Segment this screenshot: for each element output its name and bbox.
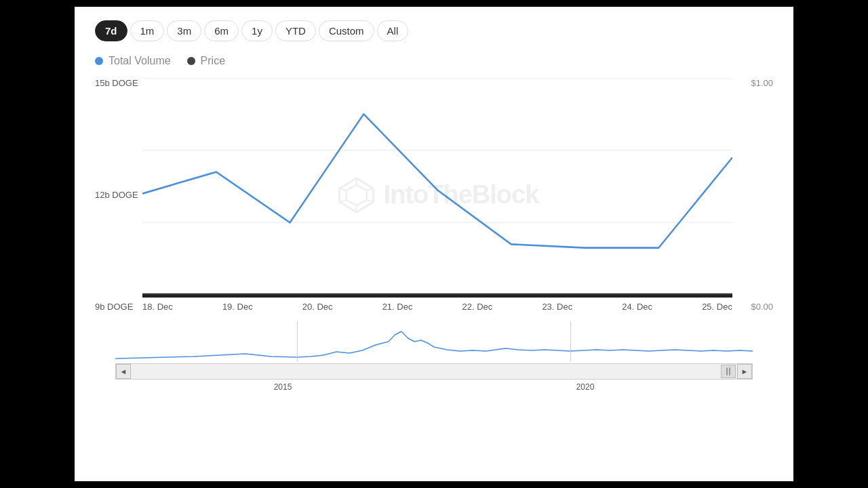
mini-chart-svg [115, 321, 753, 362]
x-label-19dec: 19. Dec [222, 302, 253, 312]
nav-handle-line-1 [726, 367, 728, 375]
total-volume-dot [95, 57, 103, 65]
mini-chart-area: ◄ ► 2015 2020 [95, 321, 773, 382]
time-btn-ytd[interactable]: YTD [275, 20, 316, 41]
time-btn-6m[interactable]: 6m [204, 20, 239, 41]
chart-container: 7d 1m 3m 6m 1y YTD Custom All Total Volu… [75, 7, 793, 481]
main-chart-svg [142, 78, 732, 295]
main-chart-inner: IntoTheBlock 18. Dec [142, 78, 732, 312]
nav-handle-lines [726, 367, 730, 375]
legend-price: Price [187, 55, 225, 67]
y-label-top-left: 15b DOGE [95, 78, 139, 88]
nav-arrow-left[interactable]: ◄ [116, 364, 131, 379]
x-label-25dec: 25. Dec [702, 302, 732, 312]
x-label-20dec: 20. Dec [302, 302, 333, 312]
mini-label-2015: 2015 [274, 382, 292, 392]
mini-label-2020: 2020 [576, 382, 595, 392]
y-label-mid-left: 12b DOGE [95, 190, 139, 200]
total-volume-label: Total Volume [108, 55, 171, 67]
time-btn-7d[interactable]: 7d [95, 20, 127, 41]
price-label: Price [201, 55, 225, 67]
chart-legend: Total Volume Price [95, 55, 773, 67]
y-label-bot-left: 9b DOGE [95, 302, 139, 312]
time-btn-1m[interactable]: 1m [130, 20, 165, 41]
price-dot [187, 57, 195, 65]
x-label-22dec: 22. Dec [462, 302, 493, 312]
chart-area [142, 78, 732, 295]
main-chart-wrapper: 15b DOGE 12b DOGE 9b DOGE $1.00 $0.00 [95, 78, 773, 312]
x-label-24dec: 24. Dec [622, 302, 652, 312]
nav-track[interactable] [131, 364, 737, 379]
time-btn-custom[interactable]: Custom [319, 20, 374, 41]
x-label-23dec: 23. Dec [542, 302, 572, 312]
time-range-buttons: 7d 1m 3m 6m 1y YTD Custom All [95, 20, 773, 41]
legend-total-volume: Total Volume [95, 55, 171, 67]
y-label-bot-right: $0.00 [751, 302, 773, 312]
x-axis-labels: 18. Dec 19. Dec 20. Dec 21. Dec 22. Dec … [142, 296, 732, 312]
nav-handle-line-2 [729, 367, 730, 375]
y-label-top-right: $1.00 [751, 78, 773, 88]
nav-handle[interactable] [721, 365, 736, 378]
time-btn-all[interactable]: All [377, 20, 409, 41]
x-label-21dec: 21. Dec [382, 302, 413, 312]
y-axis-left: 15b DOGE 12b DOGE 9b DOGE [95, 78, 139, 312]
mini-x-labels: 2015 2020 [115, 382, 753, 392]
nav-arrow-right[interactable]: ► [737, 364, 752, 379]
time-btn-1y[interactable]: 1y [241, 20, 273, 41]
navigator-bar[interactable]: ◄ ► [115, 363, 753, 380]
time-btn-3m[interactable]: 3m [167, 20, 201, 41]
y-axis-right: $1.00 $0.00 [736, 78, 773, 312]
x-label-18dec: 18. Dec [142, 302, 173, 312]
